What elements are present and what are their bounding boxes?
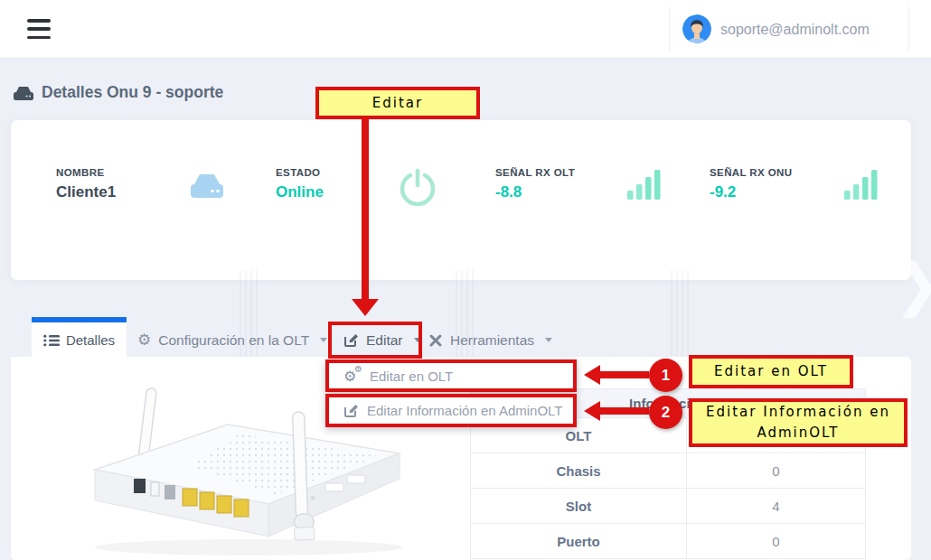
- page-title: Detalles Onu 9 - soporte: [42, 83, 223, 102]
- annotation-callout-editar-en-olt: Editar en OLT: [689, 355, 853, 388]
- stat-value: -9.2: [710, 183, 793, 201]
- tab-configuracion-olt[interactable]: ⚙ Configuración en la OLT: [137, 322, 327, 358]
- gear-icon: ⚙: [137, 332, 151, 348]
- row-label: Chasis: [471, 453, 686, 488]
- dropdown-item-editar-en-olt[interactable]: ⚙ ⚙ Editar en OLT: [325, 359, 577, 392]
- annotation-callout-editar: Editar: [315, 87, 480, 119]
- menu-item-label: Editar en OLT: [370, 369, 453, 384]
- stat-nombre: NOMBRE Cliente1: [56, 167, 116, 201]
- edit-square-icon: [343, 403, 359, 418]
- power-icon: [398, 167, 437, 207]
- annotation-marker-1: 1: [649, 359, 682, 392]
- user-email[interactable]: soporte@adminolt.com: [720, 22, 870, 38]
- app-root: soporte@adminolt.com Detalles Onu 9 - so…: [0, 0, 931, 560]
- router-icon: [188, 171, 226, 201]
- hamburger-icon: [27, 19, 51, 23]
- table-row: Slot 4: [471, 488, 865, 523]
- tab-label: Configuración en la OLT: [158, 332, 309, 349]
- header-divider: [669, 6, 670, 51]
- stat-label: SEÑAL RX OLT: [495, 167, 575, 178]
- tab-label: Detalles: [66, 332, 115, 348]
- header-divider: [908, 6, 909, 51]
- stat-label: SEÑAL RX ONU: [710, 167, 793, 178]
- annotation-arrow-down: [362, 118, 369, 300]
- avatar-person-icon: [682, 14, 711, 43]
- stat-senal-rx-olt: SEÑAL RX OLT -8.8: [495, 167, 575, 201]
- annotation-frame-editar-tab: [328, 322, 422, 359]
- menu-item-label: Editar Información en AdminOLT: [367, 403, 563, 418]
- signal-bars-icon: [625, 167, 663, 201]
- hamburger-menu-button[interactable]: [27, 19, 51, 39]
- page-title-row: Detalles Onu 9 - soporte: [13, 83, 223, 102]
- top-header: soporte@adminolt.com: [0, 0, 931, 59]
- tools-icon: [428, 333, 443, 348]
- annotation-callout-editar-informacion: Editar Información en AdminOLT: [689, 398, 907, 447]
- table-row: Chasis 0: [471, 453, 865, 488]
- row-value: 0: [686, 524, 865, 558]
- edge-decoration: ❯: [893, 251, 931, 318]
- row-label: Puerto: [471, 524, 686, 558]
- caret-down-icon: [545, 338, 552, 342]
- annotation-arrowhead-down: [352, 299, 379, 316]
- stat-value-online: Online: [276, 183, 324, 201]
- table-row: Puerto 0: [471, 523, 865, 558]
- dropdown-item-editar-informacion[interactable]: Editar Información en AdminOLT: [325, 394, 577, 427]
- annotation-marker-2: 2: [649, 396, 682, 429]
- list-icon: [43, 334, 60, 347]
- annotation-arrow-2: [598, 407, 649, 415]
- row-value: 0: [686, 453, 865, 488]
- stat-value: Cliente1: [56, 183, 116, 201]
- stat-label: ESTADO: [276, 167, 324, 178]
- tab-detalles[interactable]: Detalles: [32, 322, 127, 358]
- tab-label: Herramientas: [450, 332, 534, 349]
- signal-bars-icon: [842, 167, 880, 201]
- stat-senal-rx-onu: SEÑAL RX ONU -9.2: [710, 167, 793, 201]
- tab-herramientas[interactable]: Herramientas: [428, 322, 552, 358]
- cogs-icon: ⚙ ⚙: [343, 369, 362, 384]
- stat-estado: ESTADO Online: [276, 167, 324, 201]
- card-watermark: [671, 270, 692, 357]
- annotation-arrow-1: [598, 371, 649, 378]
- row-label: Slot: [471, 489, 686, 523]
- stat-label: NOMBRE: [56, 167, 116, 178]
- row-value: 4: [686, 489, 865, 523]
- caret-down-icon: [320, 338, 327, 342]
- onu-device-icon: [13, 85, 34, 101]
- user-avatar[interactable]: [682, 14, 711, 43]
- stat-value: -8.8: [495, 183, 575, 201]
- status-card: NOMBRE Cliente1 ESTADO Online SEÑAL RX O…: [11, 120, 911, 280]
